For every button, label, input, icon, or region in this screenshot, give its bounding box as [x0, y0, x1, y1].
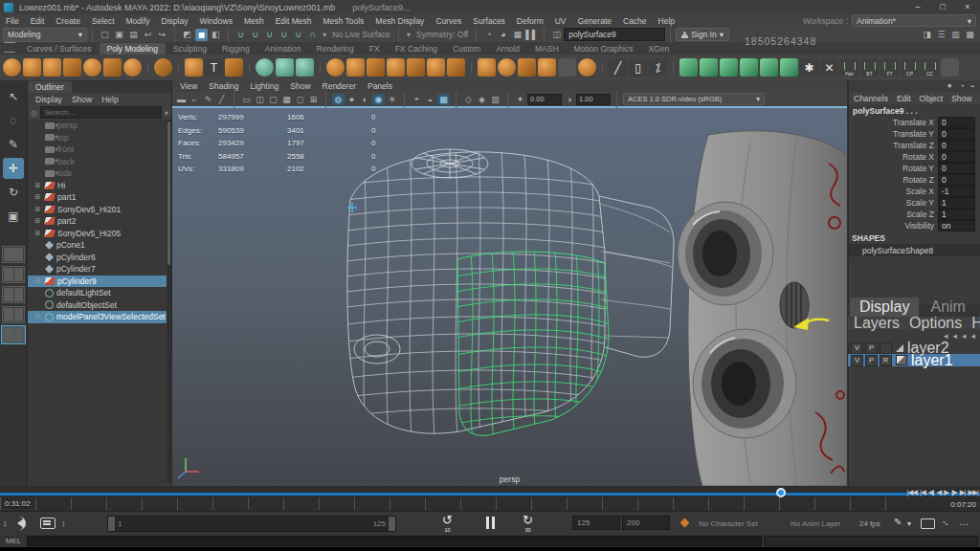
- shelf-tab-curves-surfaces[interactable]: Curves / Surfaces: [19, 43, 100, 55]
- outliner-item-part1[interactable]: ⊞part1: [28, 191, 171, 204]
- menu-create[interactable]: Create: [50, 16, 86, 26]
- menu-select[interactable]: Select: [86, 16, 121, 26]
- outliner-item-sonydev5-hi205[interactable]: ⊞SonyDev5_Hi205: [28, 228, 171, 240]
- outliner-item-defaultlightset[interactable]: defaultLightSet: [28, 287, 171, 299]
- outliner-item-persp[interactable]: persp: [28, 120, 171, 132]
- outliner-item-pcylinder9[interactable]: ⊞pCylinder9: [28, 276, 171, 288]
- attribute-row[interactable]: Translate Z0: [849, 140, 980, 151]
- append-polygon-icon[interactable]: [679, 58, 698, 77]
- poly-cylinder-icon[interactable]: [43, 58, 61, 77]
- move-tool-icon[interactable]: ✛: [3, 158, 24, 179]
- ipr-render-icon[interactable]: ◕: [497, 29, 509, 41]
- menu-deform[interactable]: Deform: [511, 16, 549, 26]
- ao-icon[interactable]: ◒: [424, 94, 436, 105]
- close-button[interactable]: ×: [955, 0, 980, 14]
- step-back-key-button[interactable]: ◀|: [928, 488, 934, 496]
- layer-display-type-toggle[interactable]: R: [880, 355, 892, 366]
- menu-set-select[interactable]: Modeling ▾: [3, 28, 87, 42]
- film-gate-icon[interactable]: ▭: [240, 94, 253, 105]
- step-fwd-frame-button[interactable]: ▶|: [960, 488, 966, 496]
- layout-four-pane-icon[interactable]: [2, 266, 25, 283]
- multi-cut-frame-icon[interactable]: [558, 58, 576, 77]
- outliner-item-defaultobjectset[interactable]: defaultObjectSet: [28, 299, 171, 312]
- render-icon[interactable]: ◔: [482, 29, 495, 41]
- attribute-row[interactable]: Scale X-1: [849, 186, 980, 197]
- xray-icon[interactable]: ◈: [476, 94, 488, 105]
- outliner-scrollbar[interactable]: [167, 120, 171, 483]
- layer-color-icon[interactable]: [896, 355, 907, 365]
- render-settings-icon[interactable]: ▦: [511, 29, 523, 41]
- bridge-icon[interactable]: [518, 58, 536, 77]
- range-end-handle[interactable]: [389, 517, 395, 531]
- xgen-cc-icon[interactable]: CC: [921, 58, 939, 77]
- command-input[interactable]: [27, 536, 762, 546]
- channelbox-menu-channels[interactable]: Channels: [854, 94, 888, 103]
- new-scene-icon[interactable]: ▢: [99, 29, 111, 41]
- outliner-tab[interactable]: Outliner: [28, 81, 72, 93]
- menu-curves[interactable]: Curves: [430, 16, 467, 26]
- menu-generate[interactable]: Generate: [572, 16, 617, 26]
- auto-key-icon[interactable]: ✎: [894, 517, 902, 527]
- play-backwards-button[interactable]: ◀: [937, 488, 942, 496]
- playhead-handle[interactable]: [776, 488, 786, 497]
- select-tool-icon[interactable]: ↖: [3, 86, 24, 107]
- speaker-icon[interactable]: [17, 518, 24, 528]
- time-slider[interactable]: 0:31:02 |◀◀ |◀ ◀| ◀ ▶ |▶ ▶| ▶▶| 0:07:20: [0, 486, 980, 511]
- shelf-tab-motion-graphics[interactable]: Motion Graphics: [567, 43, 641, 55]
- workspace-select[interactable]: Animation* ▾: [852, 14, 976, 27]
- skip-forward-30-button[interactable]: ↻30: [523, 515, 533, 536]
- shelf-tab-arnold[interactable]: Arnold: [488, 43, 527, 55]
- target-weld-icon[interactable]: [740, 58, 758, 77]
- channel-box-icon[interactable]: ▥: [949, 29, 962, 41]
- attribute-row[interactable]: Translate X0: [849, 117, 980, 128]
- shelf-tab-xgen[interactable]: XGen: [640, 43, 677, 55]
- layout-two-pane-icon[interactable]: [2, 286, 25, 303]
- viewport-menu-view[interactable]: View: [180, 81, 197, 91]
- gate-mask-icon[interactable]: ▢: [267, 94, 279, 105]
- outliner-item-hi[interactable]: ⊞Hi: [28, 180, 171, 192]
- sweep-mesh-icon[interactable]: [185, 58, 203, 77]
- layout-pane-icon[interactable]: ◫: [550, 29, 563, 41]
- make-live-icon[interactable]: ∩: [306, 29, 319, 41]
- playback-end-field[interactable]: 200: [622, 516, 670, 530]
- chevron-down-icon[interactable]: ▾: [407, 30, 411, 39]
- shelf-menu-icon[interactable]: [4, 42, 15, 53]
- wireframe-mode-icon[interactable]: ◍: [332, 94, 345, 105]
- outliner-item-front[interactable]: front: [28, 143, 171, 156]
- range-start-handle[interactable]: [108, 517, 115, 531]
- textured-mode-icon[interactable]: ◐: [359, 94, 371, 105]
- locator-icon[interactable]: [296, 58, 314, 77]
- expand-icon[interactable]: ⊞: [33, 206, 42, 213]
- playblast-icon[interactable]: [921, 518, 935, 529]
- shrink-view-icon[interactable]: ↔: [940, 515, 954, 529]
- svg-tool-icon[interactable]: [225, 58, 243, 77]
- snap-to-plane-icon[interactable]: ∪: [278, 29, 290, 41]
- expand-icon[interactable]: ⊞: [33, 217, 42, 225]
- attribute-editor-icon[interactable]: ☰: [935, 29, 947, 41]
- layer-row-layer1[interactable]: V P R layer1: [848, 354, 980, 366]
- gamma-field[interactable]: [576, 94, 611, 105]
- play-forwards-button[interactable]: ▶: [944, 488, 948, 496]
- skip-back-10-button[interactable]: ↺10: [442, 515, 453, 536]
- construction-plane-icon[interactable]: [256, 58, 274, 77]
- layout-single-pane-icon[interactable]: [2, 246, 25, 263]
- expand-icon[interactable]: ⊞: [33, 193, 42, 201]
- layer-playback-toggle[interactable]: P: [865, 342, 878, 354]
- poly-torus-icon[interactable]: [83, 58, 101, 77]
- safe-title-icon[interactable]: ⊞: [307, 94, 320, 105]
- bevel-icon[interactable]: [498, 58, 516, 77]
- chevron-down-icon[interactable]: ▾: [907, 519, 911, 528]
- boolean-intersect-icon[interactable]: [407, 58, 425, 77]
- menu-mesh-tools[interactable]: Mesh Tools: [318, 16, 370, 26]
- outliner-item-modelpanel3viewselectedset[interactable]: ⊞modelPanel3ViewSelectedSet: [28, 311, 171, 323]
- redo-icon[interactable]: ↪: [156, 29, 168, 41]
- new-empty-layer-icon[interactable]: ◂: [962, 331, 967, 341]
- shadows-icon[interactable]: ◓: [411, 94, 423, 105]
- step-fwd-key-button[interactable]: |▶: [951, 488, 957, 496]
- select-object-icon[interactable]: ◼: [195, 29, 208, 41]
- xgen-groom-icon[interactable]: [941, 58, 959, 77]
- create-curve-icon[interactable]: ╱: [609, 58, 627, 77]
- shelf-tab-animation[interactable]: Animation: [257, 43, 309, 55]
- layer-menu-layers[interactable]: Layers: [854, 315, 900, 332]
- shelf-tab-poly-modeling[interactable]: Poly Modeling: [100, 43, 166, 55]
